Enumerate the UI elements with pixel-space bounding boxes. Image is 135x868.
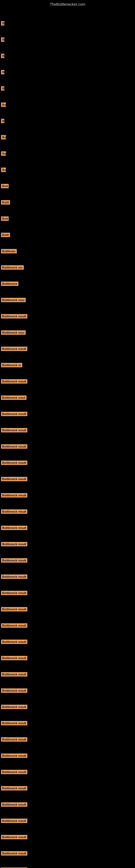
bottleneck-label-18: Bottleneck result <box>1 314 27 318</box>
bottleneck-label-15: Bottleneck res <box>1 265 24 270</box>
bottleneck-label-8: Bo <box>1 151 6 156</box>
bottleneck-label-11: Bottl <box>1 200 10 205</box>
bottleneck-label-32: Bottleneck result <box>1 542 27 546</box>
bottleneck-label-36: Bottleneck result <box>1 607 27 611</box>
bottleneck-label-45: Bottleneck result <box>1 753 27 758</box>
bottleneck-label-13: Bottl <box>1 233 10 237</box>
bottleneck-label-9: Bo <box>1 167 6 172</box>
bottleneck-label-10: Bott <box>1 184 9 188</box>
bottleneck-label-37: Bottleneck result <box>1 623 27 628</box>
bottleneck-label-20: Bottleneck result <box>1 347 27 351</box>
bottleneck-label-14: Bottlenec <box>1 249 17 253</box>
bottleneck-label-5: Bo <box>1 102 6 107</box>
bottleneck-label-34: Bottleneck result <box>1 575 27 579</box>
bottleneck-label-35: Bottleneck result <box>1 591 27 595</box>
bottleneck-label-29: Bottleneck result <box>1 493 27 497</box>
bottleneck-label-44: Bottleneck result <box>1 737 27 742</box>
bottleneck-label-23: Bottleneck resul <box>1 396 27 400</box>
bottleneck-label-6: B <box>1 119 4 123</box>
bottleneck-label-41: Bottleneck result <box>1 688 27 693</box>
bottleneck-label-2: B <box>1 54 4 58</box>
bottleneck-label-46: Bottleneck result <box>1 770 27 774</box>
bottleneck-label-50: Bottleneck result <box>1 835 27 839</box>
bottleneck-label-42: Bottleneck result <box>1 705 27 709</box>
bottleneck-label-3: B <box>1 70 4 74</box>
bottleneck-label-33: Bottleneck result <box>1 558 27 563</box>
bottleneck-label-0: B <box>1 21 4 26</box>
bottleneck-label-7: Bo <box>1 135 6 140</box>
bottleneck-label-47: Bottleneck result <box>1 786 27 790</box>
bottleneck-label-43: Bottleneck result <box>1 721 27 725</box>
bottleneck-label-38: Bottleneck result <box>1 640 27 644</box>
bottleneck-label-30: Bottleneck result <box>1 509 27 514</box>
bottleneck-label-28: Bottleneck result <box>1 477 27 481</box>
bottleneck-label-40: Bottleneck result <box>1 672 27 677</box>
bottleneck-label-22: Bottleneck result <box>1 379 27 383</box>
bottleneck-label-49: Bottleneck result <box>1 818 27 823</box>
bottleneck-label-4: B <box>1 86 4 91</box>
site-title: TheBottlenecker.com <box>50 2 85 6</box>
bottleneck-label-17: Bottleneck resu <box>1 298 26 302</box>
bottleneck-label-31: Bottleneck result <box>1 526 27 530</box>
bottleneck-label-16: Bottleneck <box>1 282 18 286</box>
bottleneck-label-26: Bottleneck result <box>1 444 27 448</box>
bottleneck-label-48: Bottleneck result <box>1 802 27 807</box>
bottleneck-label-39: Bottleneck result <box>1 656 27 660</box>
bottleneck-label-27: Bottleneck result <box>1 461 27 465</box>
bottleneck-label-21: Bottleneck re <box>1 363 22 367</box>
bottleneck-label-19: Bottleneck resu <box>1 330 26 335</box>
bottleneck-label-1: B <box>1 37 4 42</box>
bottleneck-label-24: Bottleneck result <box>1 412 27 416</box>
bottleneck-label-12: Bott <box>1 216 9 221</box>
bottleneck-label-51: Bottleneck result <box>1 851 27 856</box>
bottleneck-label-25: Bottleneck result <box>1 428 27 432</box>
